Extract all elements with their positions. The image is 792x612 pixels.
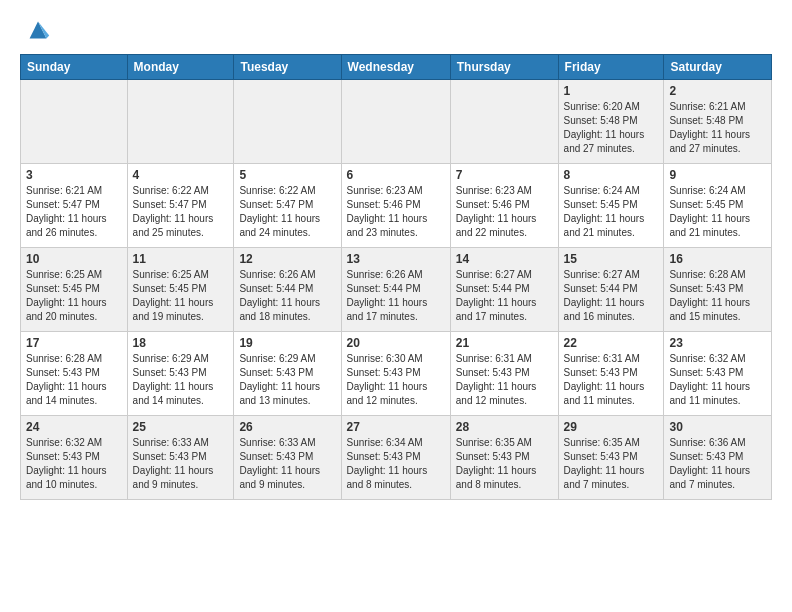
logo-icon <box>24 16 52 44</box>
day-info: Sunrise: 6:24 AMSunset: 5:45 PMDaylight:… <box>564 184 659 240</box>
day-cell: 19Sunrise: 6:29 AMSunset: 5:43 PMDayligh… <box>234 332 341 416</box>
day-number: 30 <box>669 420 766 434</box>
day-number: 23 <box>669 336 766 350</box>
day-number: 3 <box>26 168 122 182</box>
day-info: Sunrise: 6:35 AMSunset: 5:43 PMDaylight:… <box>456 436 553 492</box>
day-cell: 28Sunrise: 6:35 AMSunset: 5:43 PMDayligh… <box>450 416 558 500</box>
day-info: Sunrise: 6:36 AMSunset: 5:43 PMDaylight:… <box>669 436 766 492</box>
day-number: 26 <box>239 420 335 434</box>
calendar-table: SundayMondayTuesdayWednesdayThursdayFrid… <box>20 54 772 500</box>
day-cell: 11Sunrise: 6:25 AMSunset: 5:45 PMDayligh… <box>127 248 234 332</box>
day-cell: 6Sunrise: 6:23 AMSunset: 5:46 PMDaylight… <box>341 164 450 248</box>
weekday-header-monday: Monday <box>127 55 234 80</box>
day-number: 28 <box>456 420 553 434</box>
day-cell: 4Sunrise: 6:22 AMSunset: 5:47 PMDaylight… <box>127 164 234 248</box>
day-cell: 3Sunrise: 6:21 AMSunset: 5:47 PMDaylight… <box>21 164 128 248</box>
day-info: Sunrise: 6:22 AMSunset: 5:47 PMDaylight:… <box>239 184 335 240</box>
day-number: 16 <box>669 252 766 266</box>
day-number: 13 <box>347 252 445 266</box>
day-cell <box>21 80 128 164</box>
weekday-header-thursday: Thursday <box>450 55 558 80</box>
day-cell: 29Sunrise: 6:35 AMSunset: 5:43 PMDayligh… <box>558 416 664 500</box>
day-number: 4 <box>133 168 229 182</box>
header <box>20 16 772 44</box>
week-row-3: 10Sunrise: 6:25 AMSunset: 5:45 PMDayligh… <box>21 248 772 332</box>
day-number: 19 <box>239 336 335 350</box>
day-number: 15 <box>564 252 659 266</box>
day-cell: 22Sunrise: 6:31 AMSunset: 5:43 PMDayligh… <box>558 332 664 416</box>
logo <box>20 16 52 44</box>
day-info: Sunrise: 6:26 AMSunset: 5:44 PMDaylight:… <box>239 268 335 324</box>
day-info: Sunrise: 6:20 AMSunset: 5:48 PMDaylight:… <box>564 100 659 156</box>
day-number: 8 <box>564 168 659 182</box>
day-cell: 17Sunrise: 6:28 AMSunset: 5:43 PMDayligh… <box>21 332 128 416</box>
day-info: Sunrise: 6:29 AMSunset: 5:43 PMDaylight:… <box>239 352 335 408</box>
weekday-header-wednesday: Wednesday <box>341 55 450 80</box>
day-cell <box>341 80 450 164</box>
day-info: Sunrise: 6:21 AMSunset: 5:47 PMDaylight:… <box>26 184 122 240</box>
weekday-header-tuesday: Tuesday <box>234 55 341 80</box>
day-cell: 12Sunrise: 6:26 AMSunset: 5:44 PMDayligh… <box>234 248 341 332</box>
day-info: Sunrise: 6:35 AMSunset: 5:43 PMDaylight:… <box>564 436 659 492</box>
day-number: 9 <box>669 168 766 182</box>
day-info: Sunrise: 6:34 AMSunset: 5:43 PMDaylight:… <box>347 436 445 492</box>
day-number: 11 <box>133 252 229 266</box>
calendar-page: SundayMondayTuesdayWednesdayThursdayFrid… <box>0 0 792 516</box>
day-number: 6 <box>347 168 445 182</box>
day-cell: 27Sunrise: 6:34 AMSunset: 5:43 PMDayligh… <box>341 416 450 500</box>
day-number: 12 <box>239 252 335 266</box>
day-cell: 20Sunrise: 6:30 AMSunset: 5:43 PMDayligh… <box>341 332 450 416</box>
day-info: Sunrise: 6:26 AMSunset: 5:44 PMDaylight:… <box>347 268 445 324</box>
day-cell: 5Sunrise: 6:22 AMSunset: 5:47 PMDaylight… <box>234 164 341 248</box>
day-info: Sunrise: 6:33 AMSunset: 5:43 PMDaylight:… <box>133 436 229 492</box>
day-number: 22 <box>564 336 659 350</box>
day-cell: 26Sunrise: 6:33 AMSunset: 5:43 PMDayligh… <box>234 416 341 500</box>
day-info: Sunrise: 6:22 AMSunset: 5:47 PMDaylight:… <box>133 184 229 240</box>
day-cell: 2Sunrise: 6:21 AMSunset: 5:48 PMDaylight… <box>664 80 772 164</box>
day-number: 21 <box>456 336 553 350</box>
day-number: 1 <box>564 84 659 98</box>
day-cell: 16Sunrise: 6:28 AMSunset: 5:43 PMDayligh… <box>664 248 772 332</box>
day-cell: 10Sunrise: 6:25 AMSunset: 5:45 PMDayligh… <box>21 248 128 332</box>
day-cell: 9Sunrise: 6:24 AMSunset: 5:45 PMDaylight… <box>664 164 772 248</box>
day-cell: 25Sunrise: 6:33 AMSunset: 5:43 PMDayligh… <box>127 416 234 500</box>
day-info: Sunrise: 6:21 AMSunset: 5:48 PMDaylight:… <box>669 100 766 156</box>
day-info: Sunrise: 6:32 AMSunset: 5:43 PMDaylight:… <box>26 436 122 492</box>
day-cell: 13Sunrise: 6:26 AMSunset: 5:44 PMDayligh… <box>341 248 450 332</box>
day-number: 5 <box>239 168 335 182</box>
day-info: Sunrise: 6:24 AMSunset: 5:45 PMDaylight:… <box>669 184 766 240</box>
day-number: 18 <box>133 336 229 350</box>
week-row-2: 3Sunrise: 6:21 AMSunset: 5:47 PMDaylight… <box>21 164 772 248</box>
day-cell: 1Sunrise: 6:20 AMSunset: 5:48 PMDaylight… <box>558 80 664 164</box>
day-number: 27 <box>347 420 445 434</box>
day-cell: 14Sunrise: 6:27 AMSunset: 5:44 PMDayligh… <box>450 248 558 332</box>
day-cell: 23Sunrise: 6:32 AMSunset: 5:43 PMDayligh… <box>664 332 772 416</box>
day-number: 25 <box>133 420 229 434</box>
day-cell <box>234 80 341 164</box>
day-info: Sunrise: 6:31 AMSunset: 5:43 PMDaylight:… <box>456 352 553 408</box>
day-cell <box>127 80 234 164</box>
day-number: 14 <box>456 252 553 266</box>
weekday-header-row: SundayMondayTuesdayWednesdayThursdayFrid… <box>21 55 772 80</box>
day-info: Sunrise: 6:27 AMSunset: 5:44 PMDaylight:… <box>456 268 553 324</box>
day-info: Sunrise: 6:25 AMSunset: 5:45 PMDaylight:… <box>26 268 122 324</box>
day-cell: 18Sunrise: 6:29 AMSunset: 5:43 PMDayligh… <box>127 332 234 416</box>
day-cell: 8Sunrise: 6:24 AMSunset: 5:45 PMDaylight… <box>558 164 664 248</box>
day-info: Sunrise: 6:29 AMSunset: 5:43 PMDaylight:… <box>133 352 229 408</box>
day-number: 29 <box>564 420 659 434</box>
day-info: Sunrise: 6:23 AMSunset: 5:46 PMDaylight:… <box>456 184 553 240</box>
day-cell: 21Sunrise: 6:31 AMSunset: 5:43 PMDayligh… <box>450 332 558 416</box>
day-number: 24 <box>26 420 122 434</box>
day-cell <box>450 80 558 164</box>
day-info: Sunrise: 6:28 AMSunset: 5:43 PMDaylight:… <box>26 352 122 408</box>
day-info: Sunrise: 6:25 AMSunset: 5:45 PMDaylight:… <box>133 268 229 324</box>
day-number: 17 <box>26 336 122 350</box>
day-cell: 15Sunrise: 6:27 AMSunset: 5:44 PMDayligh… <box>558 248 664 332</box>
weekday-header-saturday: Saturday <box>664 55 772 80</box>
day-info: Sunrise: 6:27 AMSunset: 5:44 PMDaylight:… <box>564 268 659 324</box>
weekday-header-friday: Friday <box>558 55 664 80</box>
day-number: 2 <box>669 84 766 98</box>
day-info: Sunrise: 6:31 AMSunset: 5:43 PMDaylight:… <box>564 352 659 408</box>
day-info: Sunrise: 6:30 AMSunset: 5:43 PMDaylight:… <box>347 352 445 408</box>
week-row-1: 1Sunrise: 6:20 AMSunset: 5:48 PMDaylight… <box>21 80 772 164</box>
